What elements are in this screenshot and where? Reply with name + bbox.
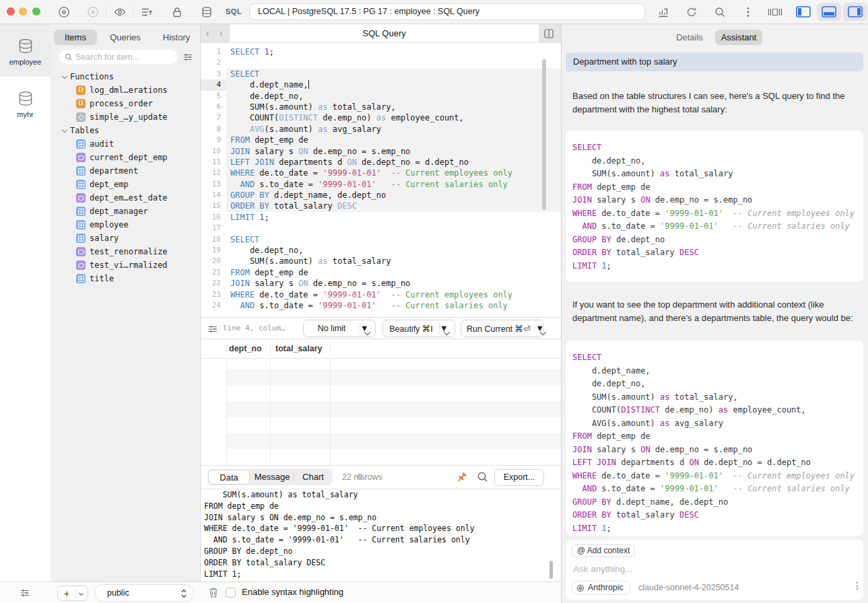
- tab-sql-query[interactable]: SQL Query: [230, 24, 539, 42]
- line-number: 1: [201, 46, 226, 57]
- tree-item-log-dml-erations[interactable]: log_dml…erations: [51, 83, 200, 97]
- more-options-icon[interactable]: [742, 6, 754, 18]
- zoom-window-button[interactable]: [32, 7, 40, 15]
- limit-dropdown[interactable]: No limit▼: [303, 320, 376, 337]
- paragraph-line: Based on the table structures I can see,…: [572, 90, 866, 103]
- code-line: AVG(s.amount) as avg_salary: [572, 417, 863, 431]
- chevron-expanded-icon: [62, 124, 70, 137]
- statusbar-filter-icon[interactable]: [207, 324, 218, 334]
- code-line: AND s.to_date = '9999-01-01' -- Current …: [572, 483, 863, 496]
- results-tab-message[interactable]: Message: [251, 470, 294, 485]
- eye-icon[interactable]: [114, 6, 126, 18]
- message-panel[interactable]: SUM(s.amount) as total_salaryFROM dept_e…: [201, 489, 561, 581]
- tree-section-tables[interactable]: Tables: [51, 124, 200, 137]
- pin-icon[interactable]: [456, 472, 467, 483]
- refresh-icon[interactable]: [686, 6, 698, 18]
- column-header-dept_no[interactable]: dept_no: [229, 344, 262, 353]
- nav-forward-button[interactable]: ›: [220, 24, 223, 42]
- toolbar-divider: [133, 6, 133, 18]
- beautify-dropdown[interactable]: Beautify ⌘I▼: [382, 320, 455, 337]
- connection-myhr[interactable]: myhr: [0, 77, 51, 129]
- toggle-right-panel-button[interactable]: [848, 6, 863, 17]
- tree-item-audit[interactable]: audit: [51, 137, 200, 151]
- tree-item-dept-emp[interactable]: dept_emp: [51, 178, 200, 191]
- strip-filter-icon[interactable]: [20, 588, 30, 598]
- connection-employee[interactable]: employee: [0, 24, 51, 77]
- add-item-button[interactable]: +: [57, 586, 88, 601]
- tree-item-current-dept-emp[interactable]: current_dept_emp: [51, 151, 200, 164]
- query-tabbar: ‹ › SQL Query: [201, 24, 561, 43]
- enable-syntax-checkbox[interactable]: [226, 588, 236, 598]
- window-title[interactable]: LOCAL | PostgreSQL 17.5 : PG 17 : employ…: [249, 3, 645, 20]
- search-icon[interactable]: [714, 6, 726, 18]
- results-tab-switcher: DataMessageChart: [207, 469, 333, 485]
- sidebar-tab-queries[interactable]: Queries: [103, 30, 147, 45]
- editor-line-8: AVG(s.amount) as avg_salary: [226, 124, 561, 135]
- column-separator[interactable]: [330, 344, 331, 354]
- results-tab-data[interactable]: Data: [208, 470, 250, 485]
- tree-item-simple-y-update[interactable]: simple_…y_update: [51, 110, 200, 124]
- sidebar-search-input[interactable]: [59, 50, 178, 64]
- toggle-left-panel-button[interactable]: [796, 6, 811, 17]
- panel-tab-details[interactable]: Details: [669, 30, 710, 45]
- sidebar-filter-icon[interactable]: [182, 52, 193, 63]
- chart-icon[interactable]: [657, 6, 669, 18]
- sidebar-tab-items[interactable]: Items: [54, 30, 97, 45]
- function-icon: [76, 99, 86, 108]
- assistant-options-icon[interactable]: ⋮: [853, 580, 862, 591]
- results-tab-chart[interactable]: Chart: [294, 470, 332, 485]
- editor-line-6: SUM(s.amount) as total_salary,: [226, 102, 561, 112]
- limit-label: No limit: [304, 324, 360, 333]
- nav-back-button[interactable]: ‹: [206, 24, 209, 42]
- line-number: 9: [201, 135, 226, 145]
- tree-section-functions[interactable]: Functions: [51, 70, 200, 83]
- minimize-window-button[interactable]: [19, 7, 27, 15]
- line-number: 20: [201, 256, 226, 267]
- sidebar-tab-history[interactable]: History: [156, 30, 197, 45]
- database-icon[interactable]: [201, 6, 213, 18]
- lock-icon[interactable]: [171, 6, 183, 18]
- line-number: 19: [201, 245, 226, 256]
- split-view-icon[interactable]: [544, 29, 554, 38]
- tree-item-dept-em-est-date[interactable]: dept_em…est_date: [51, 191, 200, 205]
- message-scrollbar[interactable]: [549, 561, 553, 579]
- results-grid[interactable]: dept_nototal_salary: [201, 339, 561, 465]
- ask-input[interactable]: Ask anything...: [573, 564, 633, 574]
- tree-item-salary[interactable]: salary: [51, 232, 200, 245]
- tree-item-department[interactable]: department: [51, 164, 200, 178]
- sql-editor[interactable]: 123456789101112131415161718192021222324 …: [201, 43, 561, 317]
- toggle-bottom-panel-button[interactable]: [822, 6, 836, 17]
- code-line: LEFT JOIN departments d ON de.dept_no = …: [572, 456, 863, 470]
- center-layout-icon[interactable]: [768, 6, 782, 18]
- tree-item-title[interactable]: title: [51, 272, 200, 285]
- panel-tab-assistant[interactable]: Assistant: [715, 30, 762, 45]
- column-separator[interactable]: [270, 344, 271, 354]
- search-results-icon[interactable]: [477, 471, 488, 483]
- provider-pill[interactable]: Anthropic: [571, 581, 631, 595]
- view-icon: [76, 247, 86, 256]
- tree-item-test-vi-rmalized[interactable]: test_vi…rmalized: [51, 258, 200, 272]
- connection-label: myhr: [0, 110, 51, 118]
- run-current-dropdown[interactable]: Run Current ⌘⏎▼: [461, 320, 544, 337]
- tree-item-dept-manager[interactable]: dept_manager: [51, 205, 200, 218]
- line-number: 13: [201, 179, 226, 190]
- editor-scrollbar[interactable]: [542, 59, 546, 210]
- disconnect-icon[interactable]: [87, 6, 99, 18]
- chevron-down-icon: [76, 586, 88, 600]
- tree-item-test-renormalize[interactable]: test_renormalize: [51, 245, 200, 258]
- column-header-total_salary[interactable]: total_salary: [275, 344, 322, 353]
- column-separator[interactable]: [226, 344, 227, 354]
- connection-icon[interactable]: [58, 6, 70, 18]
- code-line: SUM(s.amount) as total_salary: [572, 168, 863, 181]
- schema-select[interactable]: public: [94, 584, 194, 602]
- column-separator: [270, 359, 271, 465]
- close-window-button[interactable]: [7, 7, 15, 15]
- tree-item-employee[interactable]: employee: [51, 218, 200, 232]
- trash-icon[interactable]: [208, 587, 219, 598]
- code-line: LIMIT 1;: [572, 260, 863, 273]
- log-list-icon[interactable]: [141, 6, 153, 18]
- add-context-chip[interactable]: @ Add context: [572, 544, 635, 557]
- tree-item-process-order[interactable]: process_order: [51, 97, 200, 110]
- conversation-title[interactable]: Department with top salary: [566, 52, 863, 71]
- export-button[interactable]: Export...: [494, 469, 544, 486]
